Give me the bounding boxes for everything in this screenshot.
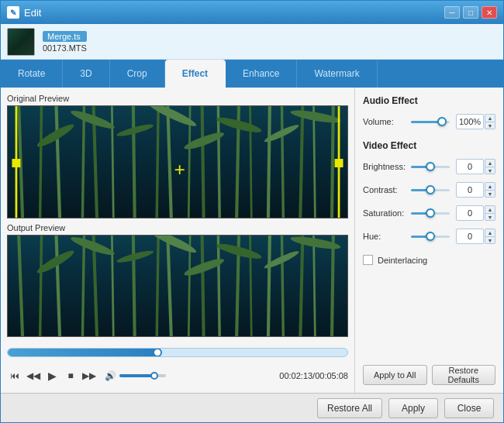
apply-to-all-button[interactable]: Apply to All <box>363 365 427 385</box>
left-panel: Original Preview <box>1 88 354 393</box>
svg-line-57 <box>281 236 284 336</box>
tab-3d[interactable]: 3D <box>63 60 109 88</box>
saturation-value: 0 <box>456 205 484 221</box>
contrast-spin: ▲ ▼ <box>485 182 495 198</box>
deinterlacing-label: Deinterlacing <box>378 256 427 265</box>
contrast-down-button[interactable]: ▼ <box>485 190 495 198</box>
right-panel: Audio Effect Volume: 100% ▲ <box>354 88 503 393</box>
volume-icon: 🔊 <box>105 370 116 381</box>
svg-line-60 <box>331 236 333 336</box>
file-thumbnail <box>7 28 35 56</box>
contrast-up-button[interactable]: ▲ <box>485 182 495 190</box>
audio-effect-title: Audio Effect <box>363 95 495 106</box>
merge-name: Merge.ts <box>43 31 87 42</box>
saturation-label: Saturation: <box>363 208 411 218</box>
original-preview-video: + <box>7 105 348 218</box>
output-preview-video <box>7 235 348 337</box>
brightness-down-button[interactable]: ▼ <box>485 167 495 174</box>
volume-row: Volume: 100% ▲ ▼ <box>363 114 495 129</box>
svg-line-12 <box>202 106 204 218</box>
svg-line-48 <box>133 236 136 336</box>
contrast-slider[interactable] <box>411 184 450 196</box>
main-content: Original Preview <box>1 88 503 393</box>
volume-down-button[interactable]: ▼ <box>485 122 495 129</box>
window-title: Edit <box>24 7 444 19</box>
footer-bar: Restore All Apply Close <box>1 393 503 422</box>
play-button[interactable]: ▶ <box>44 368 60 383</box>
volume-up-button[interactable]: ▲ <box>485 114 495 122</box>
tabs-bar: Rotate 3D Crop Effect Enhance Watermark <box>1 60 503 88</box>
close-button[interactable]: Close <box>444 398 494 418</box>
video-effect-title: Video Effect <box>363 140 495 151</box>
timeline-bar[interactable] <box>7 348 348 357</box>
minimize-button[interactable]: ─ <box>444 6 460 19</box>
hue-row: Hue: 0 ▲ ▼ <box>363 229 495 244</box>
svg-line-20 <box>331 106 333 218</box>
volume-label: Volume: <box>363 117 411 126</box>
hue-slider[interactable] <box>411 230 450 242</box>
hue-down-button[interactable]: ▼ <box>485 236 495 244</box>
edit-window: ✎ Edit ─ □ ✕ Merge.ts 00173.MTS Rotate 3… <box>0 0 504 423</box>
svg-line-13 <box>218 106 220 218</box>
brightness-label: Brightness: <box>363 162 411 171</box>
title-bar: ✎ Edit ─ □ ✕ <box>1 1 503 24</box>
svg-line-17 <box>281 106 284 218</box>
svg-rect-39 <box>12 159 20 167</box>
hue-label: Hue: <box>363 232 411 241</box>
output-preview-section: Output Preview <box>7 223 348 337</box>
hue-value: 0 <box>456 229 484 244</box>
timeline-progress <box>8 349 157 356</box>
app-icon: ✎ <box>7 6 19 19</box>
contrast-row: Contrast: 0 ▲ ▼ <box>363 182 495 198</box>
contrast-value: 0 <box>456 182 484 198</box>
restore-defaults-button[interactable]: Restore Defaults <box>432 365 496 385</box>
apply-button[interactable]: Apply <box>388 398 438 418</box>
apply-all-row: Apply to All Restore Defaults <box>363 360 495 385</box>
maximize-button[interactable]: □ <box>463 6 478 19</box>
tab-enhance[interactable]: Enhance <box>226 60 297 88</box>
tab-watermark[interactable]: Watermark <box>297 60 377 88</box>
original-video-scene: + <box>8 106 347 218</box>
brightness-slider[interactable] <box>411 160 450 173</box>
original-preview-section: Original Preview <box>7 94 348 218</box>
saturation-up-button[interactable]: ▲ <box>485 205 495 213</box>
saturation-row: Saturation: 0 ▲ ▼ <box>363 205 495 221</box>
brightness-spin: ▲ ▼ <box>485 159 495 174</box>
step-forward-button[interactable]: ▶▶ <box>81 368 97 383</box>
deinterlacing-checkbox[interactable] <box>363 255 373 265</box>
tab-rotate[interactable]: Rotate <box>1 60 63 88</box>
volume-control: 🔊 <box>105 370 166 382</box>
original-preview-label: Original Preview <box>7 94 348 103</box>
saturation-slider[interactable] <box>411 207 450 219</box>
restore-all-button[interactable]: Restore All <box>317 398 382 418</box>
svg-line-53 <box>218 236 220 336</box>
step-back-button[interactable]: ◀◀ <box>26 368 41 383</box>
tab-effect[interactable]: Effect <box>165 60 226 88</box>
svg-line-52 <box>202 236 204 336</box>
svg-line-16 <box>268 106 270 218</box>
saturation-spin: ▲ ▼ <box>485 205 495 221</box>
brightness-up-button[interactable]: ▲ <box>485 159 495 167</box>
file-names: Merge.ts 00173.MTS <box>43 31 87 53</box>
volume-slider[interactable] <box>119 370 166 382</box>
time-display: 00:02:13/00:05:08 <box>279 371 348 380</box>
saturation-down-button[interactable]: ▼ <box>485 213 495 221</box>
file-name: 00173.MTS <box>43 43 87 53</box>
title-controls: ─ □ ✕ <box>444 6 497 19</box>
close-window-button[interactable]: ✕ <box>482 6 497 19</box>
volume-value: 100% <box>456 114 484 129</box>
svg-text:+: + <box>174 159 185 180</box>
timeline-thumb[interactable] <box>153 348 162 357</box>
hue-up-button[interactable]: ▲ <box>485 229 495 236</box>
controls-bar: ⏮ ◀◀ ▶ ■ ▶▶ 🔊 00:02:13/00:05:08 <box>7 365 348 387</box>
tab-crop[interactable]: Crop <box>110 60 165 88</box>
output-video-scene <box>8 236 347 336</box>
skip-back-button[interactable]: ⏮ <box>7 368 22 383</box>
brightness-value: 0 <box>456 159 484 174</box>
contrast-label: Contrast: <box>363 185 411 194</box>
stop-button[interactable]: ■ <box>63 368 78 383</box>
volume-effect-slider[interactable] <box>411 115 450 128</box>
deinterlacing-row: Deinterlacing <box>363 255 495 265</box>
volume-spin: ▲ ▼ <box>485 114 495 129</box>
output-preview-label: Output Preview <box>7 223 348 232</box>
